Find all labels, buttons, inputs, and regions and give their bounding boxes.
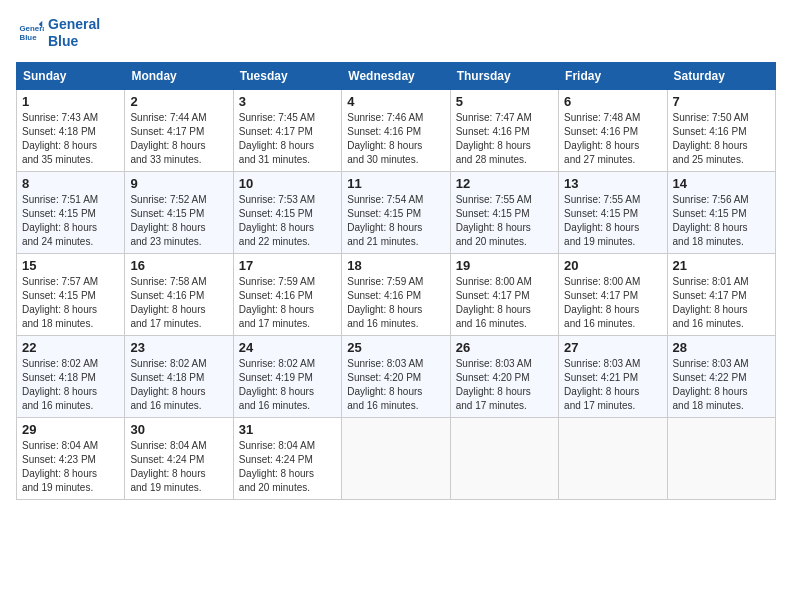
empty-cell bbox=[559, 417, 667, 499]
day-number: 31 bbox=[239, 422, 336, 437]
day-info: Sunrise: 7:51 AM Sunset: 4:15 PM Dayligh… bbox=[22, 193, 119, 249]
col-header-monday: Monday bbox=[125, 62, 233, 89]
day-cell-21: 21Sunrise: 8:01 AM Sunset: 4:17 PM Dayli… bbox=[667, 253, 775, 335]
calendar-table: SundayMondayTuesdayWednesdayThursdayFrid… bbox=[16, 62, 776, 500]
empty-cell bbox=[342, 417, 450, 499]
day-number: 14 bbox=[673, 176, 770, 191]
svg-text:Blue: Blue bbox=[20, 33, 38, 42]
day-cell-18: 18Sunrise: 7:59 AM Sunset: 4:16 PM Dayli… bbox=[342, 253, 450, 335]
week-row-1: 1Sunrise: 7:43 AM Sunset: 4:18 PM Daylig… bbox=[17, 89, 776, 171]
day-number: 3 bbox=[239, 94, 336, 109]
col-header-sunday: Sunday bbox=[17, 62, 125, 89]
empty-cell bbox=[667, 417, 775, 499]
day-cell-10: 10Sunrise: 7:53 AM Sunset: 4:15 PM Dayli… bbox=[233, 171, 341, 253]
day-number: 23 bbox=[130, 340, 227, 355]
day-number: 18 bbox=[347, 258, 444, 273]
day-info: Sunrise: 8:04 AM Sunset: 4:24 PM Dayligh… bbox=[130, 439, 227, 495]
day-cell-24: 24Sunrise: 8:02 AM Sunset: 4:19 PM Dayli… bbox=[233, 335, 341, 417]
day-number: 6 bbox=[564, 94, 661, 109]
day-cell-25: 25Sunrise: 8:03 AM Sunset: 4:20 PM Dayli… bbox=[342, 335, 450, 417]
day-cell-2: 2Sunrise: 7:44 AM Sunset: 4:17 PM Daylig… bbox=[125, 89, 233, 171]
day-cell-26: 26Sunrise: 8:03 AM Sunset: 4:20 PM Dayli… bbox=[450, 335, 558, 417]
day-info: Sunrise: 8:03 AM Sunset: 4:20 PM Dayligh… bbox=[456, 357, 553, 413]
week-row-5: 29Sunrise: 8:04 AM Sunset: 4:23 PM Dayli… bbox=[17, 417, 776, 499]
day-number: 12 bbox=[456, 176, 553, 191]
day-cell-4: 4Sunrise: 7:46 AM Sunset: 4:16 PM Daylig… bbox=[342, 89, 450, 171]
day-cell-7: 7Sunrise: 7:50 AM Sunset: 4:16 PM Daylig… bbox=[667, 89, 775, 171]
day-cell-9: 9Sunrise: 7:52 AM Sunset: 4:15 PM Daylig… bbox=[125, 171, 233, 253]
day-info: Sunrise: 8:00 AM Sunset: 4:17 PM Dayligh… bbox=[456, 275, 553, 331]
day-number: 26 bbox=[456, 340, 553, 355]
day-cell-23: 23Sunrise: 8:02 AM Sunset: 4:18 PM Dayli… bbox=[125, 335, 233, 417]
col-header-thursday: Thursday bbox=[450, 62, 558, 89]
day-cell-12: 12Sunrise: 7:55 AM Sunset: 4:15 PM Dayli… bbox=[450, 171, 558, 253]
day-info: Sunrise: 8:04 AM Sunset: 4:24 PM Dayligh… bbox=[239, 439, 336, 495]
day-number: 25 bbox=[347, 340, 444, 355]
day-number: 7 bbox=[673, 94, 770, 109]
col-header-tuesday: Tuesday bbox=[233, 62, 341, 89]
day-info: Sunrise: 7:50 AM Sunset: 4:16 PM Dayligh… bbox=[673, 111, 770, 167]
day-cell-14: 14Sunrise: 7:56 AM Sunset: 4:15 PM Dayli… bbox=[667, 171, 775, 253]
day-cell-6: 6Sunrise: 7:48 AM Sunset: 4:16 PM Daylig… bbox=[559, 89, 667, 171]
day-info: Sunrise: 7:47 AM Sunset: 4:16 PM Dayligh… bbox=[456, 111, 553, 167]
day-info: Sunrise: 8:03 AM Sunset: 4:20 PM Dayligh… bbox=[347, 357, 444, 413]
calendar-header-row: SundayMondayTuesdayWednesdayThursdayFrid… bbox=[17, 62, 776, 89]
day-cell-22: 22Sunrise: 8:02 AM Sunset: 4:18 PM Dayli… bbox=[17, 335, 125, 417]
day-number: 22 bbox=[22, 340, 119, 355]
day-info: Sunrise: 7:52 AM Sunset: 4:15 PM Dayligh… bbox=[130, 193, 227, 249]
day-cell-13: 13Sunrise: 7:55 AM Sunset: 4:15 PM Dayli… bbox=[559, 171, 667, 253]
day-cell-1: 1Sunrise: 7:43 AM Sunset: 4:18 PM Daylig… bbox=[17, 89, 125, 171]
day-info: Sunrise: 8:00 AM Sunset: 4:17 PM Dayligh… bbox=[564, 275, 661, 331]
day-cell-30: 30Sunrise: 8:04 AM Sunset: 4:24 PM Dayli… bbox=[125, 417, 233, 499]
day-info: Sunrise: 7:55 AM Sunset: 4:15 PM Dayligh… bbox=[564, 193, 661, 249]
day-info: Sunrise: 8:02 AM Sunset: 4:18 PM Dayligh… bbox=[22, 357, 119, 413]
page-header: General Blue General Blue bbox=[16, 16, 776, 50]
day-cell-28: 28Sunrise: 8:03 AM Sunset: 4:22 PM Dayli… bbox=[667, 335, 775, 417]
col-header-wednesday: Wednesday bbox=[342, 62, 450, 89]
day-cell-29: 29Sunrise: 8:04 AM Sunset: 4:23 PM Dayli… bbox=[17, 417, 125, 499]
week-row-4: 22Sunrise: 8:02 AM Sunset: 4:18 PM Dayli… bbox=[17, 335, 776, 417]
day-number: 2 bbox=[130, 94, 227, 109]
day-number: 8 bbox=[22, 176, 119, 191]
day-info: Sunrise: 8:01 AM Sunset: 4:17 PM Dayligh… bbox=[673, 275, 770, 331]
day-number: 5 bbox=[456, 94, 553, 109]
day-number: 13 bbox=[564, 176, 661, 191]
day-number: 15 bbox=[22, 258, 119, 273]
day-info: Sunrise: 8:02 AM Sunset: 4:18 PM Dayligh… bbox=[130, 357, 227, 413]
col-header-friday: Friday bbox=[559, 62, 667, 89]
day-info: Sunrise: 7:54 AM Sunset: 4:15 PM Dayligh… bbox=[347, 193, 444, 249]
day-cell-16: 16Sunrise: 7:58 AM Sunset: 4:16 PM Dayli… bbox=[125, 253, 233, 335]
week-row-2: 8Sunrise: 7:51 AM Sunset: 4:15 PM Daylig… bbox=[17, 171, 776, 253]
day-info: Sunrise: 7:58 AM Sunset: 4:16 PM Dayligh… bbox=[130, 275, 227, 331]
day-number: 19 bbox=[456, 258, 553, 273]
day-info: Sunrise: 7:55 AM Sunset: 4:15 PM Dayligh… bbox=[456, 193, 553, 249]
day-info: Sunrise: 7:44 AM Sunset: 4:17 PM Dayligh… bbox=[130, 111, 227, 167]
day-cell-19: 19Sunrise: 8:00 AM Sunset: 4:17 PM Dayli… bbox=[450, 253, 558, 335]
week-row-3: 15Sunrise: 7:57 AM Sunset: 4:15 PM Dayli… bbox=[17, 253, 776, 335]
day-number: 1 bbox=[22, 94, 119, 109]
day-number: 21 bbox=[673, 258, 770, 273]
logo: General Blue General Blue bbox=[16, 16, 100, 50]
day-info: Sunrise: 7:48 AM Sunset: 4:16 PM Dayligh… bbox=[564, 111, 661, 167]
day-number: 11 bbox=[347, 176, 444, 191]
day-cell-27: 27Sunrise: 8:03 AM Sunset: 4:21 PM Dayli… bbox=[559, 335, 667, 417]
day-number: 17 bbox=[239, 258, 336, 273]
empty-cell bbox=[450, 417, 558, 499]
day-info: Sunrise: 7:57 AM Sunset: 4:15 PM Dayligh… bbox=[22, 275, 119, 331]
day-cell-11: 11Sunrise: 7:54 AM Sunset: 4:15 PM Dayli… bbox=[342, 171, 450, 253]
day-number: 20 bbox=[564, 258, 661, 273]
day-number: 16 bbox=[130, 258, 227, 273]
day-info: Sunrise: 7:53 AM Sunset: 4:15 PM Dayligh… bbox=[239, 193, 336, 249]
day-info: Sunrise: 8:02 AM Sunset: 4:19 PM Dayligh… bbox=[239, 357, 336, 413]
logo-icon: General Blue bbox=[16, 19, 44, 47]
day-cell-5: 5Sunrise: 7:47 AM Sunset: 4:16 PM Daylig… bbox=[450, 89, 558, 171]
day-number: 9 bbox=[130, 176, 227, 191]
day-info: Sunrise: 7:46 AM Sunset: 4:16 PM Dayligh… bbox=[347, 111, 444, 167]
day-info: Sunrise: 7:59 AM Sunset: 4:16 PM Dayligh… bbox=[347, 275, 444, 331]
day-cell-20: 20Sunrise: 8:00 AM Sunset: 4:17 PM Dayli… bbox=[559, 253, 667, 335]
day-info: Sunrise: 7:45 AM Sunset: 4:17 PM Dayligh… bbox=[239, 111, 336, 167]
logo-text: General Blue bbox=[48, 16, 100, 50]
day-number: 30 bbox=[130, 422, 227, 437]
day-cell-17: 17Sunrise: 7:59 AM Sunset: 4:16 PM Dayli… bbox=[233, 253, 341, 335]
day-cell-3: 3Sunrise: 7:45 AM Sunset: 4:17 PM Daylig… bbox=[233, 89, 341, 171]
